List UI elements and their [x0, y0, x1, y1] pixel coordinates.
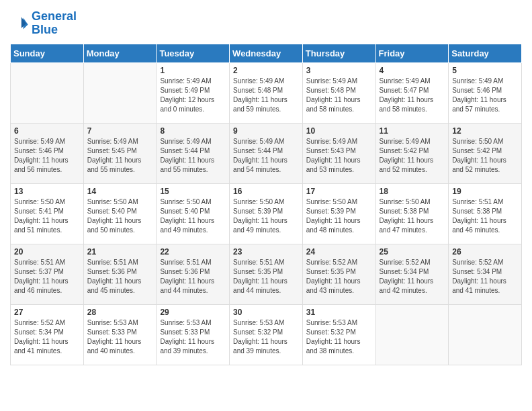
day-content: Sunrise: 5:53 AM Sunset: 5:32 PM Dayligh… — [306, 318, 372, 356]
weekday-header-thursday: Thursday — [302, 44, 375, 62]
day-content: Sunrise: 5:51 AM Sunset: 5:36 PM Dayligh… — [87, 258, 153, 295]
logo-icon — [10, 14, 29, 33]
calendar-cell: 5Sunrise: 5:49 AM Sunset: 5:46 PM Daylig… — [449, 62, 522, 123]
calendar-cell: 11Sunrise: 5:49 AM Sunset: 5:42 PM Dayli… — [375, 123, 449, 183]
day-number: 1 — [160, 66, 226, 75]
calendar-cell: 3Sunrise: 5:49 AM Sunset: 5:48 PM Daylig… — [302, 62, 375, 123]
calendar-cell: 15Sunrise: 5:50 AM Sunset: 5:40 PM Dayli… — [157, 183, 230, 244]
day-number: 11 — [380, 126, 445, 136]
day-number: 2 — [233, 66, 299, 75]
day-content: Sunrise: 5:49 AM Sunset: 5:46 PM Dayligh… — [452, 77, 518, 114]
calendar-cell: 20Sunrise: 5:51 AM Sunset: 5:37 PM Dayli… — [11, 244, 84, 304]
day-number: 30 — [233, 308, 299, 317]
calendar-cell: 27Sunrise: 5:52 AM Sunset: 5:34 PM Dayli… — [11, 304, 84, 365]
calendar-cell — [449, 304, 522, 365]
calendar-cell: 13Sunrise: 5:50 AM Sunset: 5:41 PM Dayli… — [11, 183, 84, 244]
day-number: 18 — [380, 187, 445, 196]
weekday-header-saturday: Saturday — [449, 44, 522, 62]
calendar-cell: 23Sunrise: 5:51 AM Sunset: 5:35 PM Dayli… — [230, 244, 303, 304]
calendar-cell: 10Sunrise: 5:49 AM Sunset: 5:43 PM Dayli… — [302, 123, 375, 183]
calendar-cell: 30Sunrise: 5:53 AM Sunset: 5:32 PM Dayli… — [230, 304, 303, 365]
page-header: General Blue — [10, 10, 522, 37]
day-number: 4 — [380, 66, 445, 75]
logo-text: General Blue — [32, 10, 77, 37]
day-number: 25 — [380, 247, 445, 257]
day-number: 13 — [14, 187, 80, 196]
weekday-header-tuesday: Tuesday — [157, 44, 230, 62]
day-number: 5 — [452, 66, 518, 75]
calendar-cell: 18Sunrise: 5:50 AM Sunset: 5:38 PM Dayli… — [375, 183, 449, 244]
day-number: 15 — [160, 187, 226, 196]
week-row-4: 20Sunrise: 5:51 AM Sunset: 5:37 PM Dayli… — [11, 244, 522, 304]
weekday-header-sunday: Sunday — [11, 44, 84, 62]
day-content: Sunrise: 5:50 AM Sunset: 5:41 PM Dayligh… — [14, 197, 80, 235]
day-content: Sunrise: 5:52 AM Sunset: 5:34 PM Dayligh… — [14, 318, 80, 356]
day-content: Sunrise: 5:50 AM Sunset: 5:40 PM Dayligh… — [160, 197, 226, 235]
day-content: Sunrise: 5:53 AM Sunset: 5:33 PM Dayligh… — [87, 318, 153, 356]
week-row-5: 27Sunrise: 5:52 AM Sunset: 5:34 PM Dayli… — [11, 304, 522, 365]
day-number: 28 — [87, 308, 153, 317]
day-content: Sunrise: 5:49 AM Sunset: 5:44 PM Dayligh… — [233, 137, 299, 175]
calendar-cell: 24Sunrise: 5:52 AM Sunset: 5:35 PM Dayli… — [302, 244, 375, 304]
day-number: 6 — [14, 126, 80, 136]
day-content: Sunrise: 5:50 AM Sunset: 5:39 PM Dayligh… — [233, 197, 299, 235]
weekday-header-wednesday: Wednesday — [230, 44, 303, 62]
calendar-cell: 17Sunrise: 5:50 AM Sunset: 5:39 PM Dayli… — [302, 183, 375, 244]
day-content: Sunrise: 5:50 AM Sunset: 5:39 PM Dayligh… — [306, 197, 372, 235]
calendar-cell: 1Sunrise: 5:49 AM Sunset: 5:49 PM Daylig… — [157, 62, 230, 123]
calendar-cell: 2Sunrise: 5:49 AM Sunset: 5:48 PM Daylig… — [230, 62, 303, 123]
day-content: Sunrise: 5:53 AM Sunset: 5:32 PM Dayligh… — [233, 318, 299, 356]
day-number: 19 — [452, 187, 518, 196]
week-row-3: 13Sunrise: 5:50 AM Sunset: 5:41 PM Dayli… — [11, 183, 522, 244]
calendar-cell: 25Sunrise: 5:52 AM Sunset: 5:34 PM Dayli… — [375, 244, 449, 304]
calendar-cell — [11, 62, 84, 123]
day-content: Sunrise: 5:49 AM Sunset: 5:46 PM Dayligh… — [14, 137, 80, 175]
day-content: Sunrise: 5:49 AM Sunset: 5:47 PM Dayligh… — [380, 77, 445, 114]
day-content: Sunrise: 5:51 AM Sunset: 5:38 PM Dayligh… — [452, 197, 518, 235]
day-number: 9 — [233, 126, 299, 136]
day-content: Sunrise: 5:49 AM Sunset: 5:43 PM Dayligh… — [306, 137, 372, 175]
calendar-cell: 7Sunrise: 5:49 AM Sunset: 5:45 PM Daylig… — [83, 123, 157, 183]
day-content: Sunrise: 5:51 AM Sunset: 5:36 PM Dayligh… — [160, 258, 226, 295]
day-number: 12 — [452, 126, 518, 136]
day-content: Sunrise: 5:51 AM Sunset: 5:35 PM Dayligh… — [233, 258, 299, 295]
day-content: Sunrise: 5:49 AM Sunset: 5:45 PM Dayligh… — [87, 137, 153, 175]
weekday-header-monday: Monday — [83, 44, 157, 62]
calendar-cell: 26Sunrise: 5:52 AM Sunset: 5:34 PM Dayli… — [449, 244, 522, 304]
day-content: Sunrise: 5:49 AM Sunset: 5:44 PM Dayligh… — [160, 137, 226, 175]
calendar-cell: 19Sunrise: 5:51 AM Sunset: 5:38 PM Dayli… — [449, 183, 522, 244]
calendar-cell: 22Sunrise: 5:51 AM Sunset: 5:36 PM Dayli… — [157, 244, 230, 304]
calendar-cell: 4Sunrise: 5:49 AM Sunset: 5:47 PM Daylig… — [375, 62, 449, 123]
day-number: 16 — [233, 187, 299, 196]
day-number: 3 — [306, 66, 372, 75]
day-number: 29 — [160, 308, 226, 317]
week-row-2: 6Sunrise: 5:49 AM Sunset: 5:46 PM Daylig… — [11, 123, 522, 183]
calendar-cell: 14Sunrise: 5:50 AM Sunset: 5:40 PM Dayli… — [83, 183, 157, 244]
calendar-cell — [83, 62, 157, 123]
day-content: Sunrise: 5:50 AM Sunset: 5:40 PM Dayligh… — [87, 197, 153, 235]
day-number: 14 — [87, 187, 153, 196]
weekday-header-friday: Friday — [375, 44, 449, 62]
logo: General Blue — [10, 10, 77, 37]
day-number: 10 — [306, 126, 372, 136]
day-number: 27 — [14, 308, 80, 317]
calendar-cell: 31Sunrise: 5:53 AM Sunset: 5:32 PM Dayli… — [302, 304, 375, 365]
calendar-cell: 9Sunrise: 5:49 AM Sunset: 5:44 PM Daylig… — [230, 123, 303, 183]
calendar-cell: 28Sunrise: 5:53 AM Sunset: 5:33 PM Dayli… — [83, 304, 157, 365]
calendar-cell: 29Sunrise: 5:53 AM Sunset: 5:33 PM Dayli… — [157, 304, 230, 365]
week-row-1: 1Sunrise: 5:49 AM Sunset: 5:49 PM Daylig… — [11, 62, 522, 123]
calendar-cell: 12Sunrise: 5:50 AM Sunset: 5:42 PM Dayli… — [449, 123, 522, 183]
day-content: Sunrise: 5:49 AM Sunset: 5:48 PM Dayligh… — [306, 77, 372, 114]
calendar-cell — [375, 304, 449, 365]
day-number: 17 — [306, 187, 372, 196]
weekday-header-row: SundayMondayTuesdayWednesdayThursdayFrid… — [11, 44, 522, 62]
day-number: 21 — [87, 247, 153, 257]
day-number: 26 — [452, 247, 518, 257]
day-content: Sunrise: 5:50 AM Sunset: 5:38 PM Dayligh… — [380, 197, 445, 235]
day-content: Sunrise: 5:49 AM Sunset: 5:42 PM Dayligh… — [380, 137, 445, 175]
day-number: 23 — [233, 247, 299, 257]
day-number: 8 — [160, 126, 226, 136]
calendar-cell: 16Sunrise: 5:50 AM Sunset: 5:39 PM Dayli… — [230, 183, 303, 244]
day-content: Sunrise: 5:51 AM Sunset: 5:37 PM Dayligh… — [14, 258, 80, 295]
day-content: Sunrise: 5:49 AM Sunset: 5:48 PM Dayligh… — [233, 77, 299, 114]
